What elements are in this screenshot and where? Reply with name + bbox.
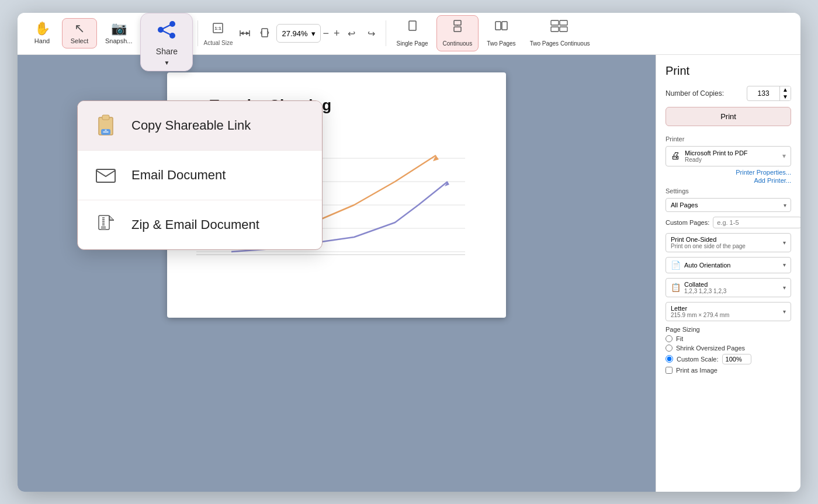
printer-section-label: Printer [666,135,791,142]
share-button[interactable]: Share ▼ [140,13,193,71]
actual-size-icon: 1:1 [211,21,225,38]
snapshot-button[interactable]: 📷 Snapsh... [99,19,138,48]
copy-link-label: Copy Shareable Link [131,118,251,133]
zoom-plus-button[interactable]: + [334,27,340,40]
zoom-dropdown-icon: ▾ [311,29,316,38]
single-page-label: Single Page [397,40,428,47]
all-pages-select-wrapper: All Pages [666,198,791,212]
email-doc-item[interactable]: Email Document [78,151,322,200]
custom-pages-input[interactable] [713,217,800,228]
print-sided-main: Print One-Sided [671,236,746,243]
paper-main: Letter [671,305,729,312]
orientation-select[interactable]: 📄 Auto Orientation ▾ [666,257,791,273]
continuous-label: Continuous [443,40,473,47]
actual-size-button[interactable]: 1:1 Actual Size [203,19,233,48]
divider-1 [197,20,198,46]
email-doc-label: Email Document [131,168,226,183]
zoom-controls: − + [323,27,340,40]
shrink-radio-row: Shrink Oversized Pages [666,345,791,352]
copies-row: Number of Copies: ▲ ▼ [666,86,791,101]
fit-radio-row: Fit [666,335,791,342]
collated-sub: 1,2,3 1,2,3 1,2,3 [684,288,726,294]
add-printer-link[interactable]: Add Printer... [666,177,791,184]
fit-buttons [235,24,274,43]
email-doc-icon [92,161,120,189]
share-button-container: Share ▼ [140,13,193,71]
print-sided-dropdown-icon: ▾ [783,239,786,246]
custom-scale-label: Custom Scale: [677,356,719,363]
all-pages-select[interactable]: All Pages [666,198,791,212]
printer-status: Ready [685,157,778,163]
main-area: g Trends: Charting s in a Snapshot [18,55,800,492]
print-sided-sub: Print on one side of the page [671,243,746,249]
hand-icon: ✋ [34,22,50,35]
single-page-button[interactable]: Single Page [391,16,434,51]
collated-select[interactable]: 📋 Collated 1,2,3 1,2,3 1,2,3 ▾ [666,278,791,297]
single-page-icon [405,19,420,38]
svg-rect-37 [101,226,106,230]
orientation-dropdown-icon: ▾ [783,262,786,268]
copy-link-icon [92,112,120,140]
collated-icon: 📋 [671,283,681,292]
page-sizing-title: Page Sizing [666,326,791,333]
fit-radio-label: Fit [676,335,683,342]
two-pages-continuous-label: Two Pages Continuous [530,40,590,47]
two-pages-icon [494,19,509,38]
svg-rect-14 [551,20,559,25]
zoom-select[interactable]: 27.94% ▾ [276,24,320,43]
print-as-image-checkbox[interactable] [666,367,673,374]
toolbar: ✋ Hand ↖ Select 📷 Snapsh... [18,13,800,55]
share-label: Share [156,47,178,56]
svg-line-4 [161,30,172,36]
fit-page-button[interactable] [255,24,274,43]
printer-dropdown-icon[interactable]: ▾ [782,152,786,160]
svg-rect-10 [454,27,461,32]
svg-rect-28 [102,115,109,120]
rotate-right-button[interactable]: ↪ [362,24,381,43]
select-label: Select [71,37,89,44]
hand-button[interactable]: ✋ Hand [25,19,60,48]
orientation-label: Auto Orientation [684,262,731,269]
share-arrow-icon: ▼ [164,60,170,66]
continuous-button[interactable]: Continuous [436,15,479,51]
print-as-image-label: Print as Image [676,367,718,374]
copies-label: Number of Copies: [666,89,724,98]
two-pages-continuous-button[interactable]: Two Pages Continuous [524,16,596,51]
custom-pages-row: Custom Pages: [666,217,791,228]
orientation-icon: 📄 [671,260,681,270]
zip-email-item[interactable]: Zip & Email Document [78,200,322,249]
copy-link-item[interactable]: Copy Shareable Link [78,101,322,151]
select-button[interactable]: ↖ Select [62,18,97,48]
copies-up-button[interactable]: ▲ [780,86,791,93]
print-sided-select[interactable]: Print One-Sided Print on one side of the… [666,233,791,252]
custom-scale-radio[interactable] [666,355,673,363]
snapshot-icon: 📷 [111,22,127,35]
hand-label: Hand [34,37,50,44]
svg-rect-12 [495,22,501,30]
copies-input[interactable] [747,88,779,99]
document-canvas: g Trends: Charting s in a Snapshot [18,55,656,492]
fit-width-button[interactable] [235,24,254,43]
divider-2 [386,20,386,46]
paper-size-select[interactable]: Letter 215.9 mm × 279.4 mm ▾ [666,302,791,321]
zoom-minus-button[interactable]: − [323,27,330,40]
svg-rect-15 [560,20,567,25]
printer-row: 🖨 Microsoft Print to PDF Ready ▾ [666,146,791,166]
share-icon [157,20,176,43]
shrink-radio[interactable] [666,345,673,352]
fit-radio[interactable] [666,335,673,342]
svg-rect-16 [551,27,559,32]
scale-row: Custom Scale: [666,354,791,364]
paper-sub: 215.9 mm × 279.4 mm [671,312,729,318]
paper-dropdown-icon: ▾ [783,308,786,315]
app-window: ✋ Hand ↖ Select 📷 Snapsh... [18,13,800,492]
printer-properties-link[interactable]: Printer Properties... [666,169,791,176]
two-pages-button[interactable]: Two Pages [481,16,521,51]
zip-email-label: Zip & Email Document [131,217,259,232]
rotate-left-button[interactable]: ↩ [342,24,361,43]
print-as-image-row: Print as Image [666,367,791,374]
copies-down-button[interactable]: ▼ [780,93,791,100]
print-button[interactable]: Print [666,107,791,126]
svg-rect-13 [502,22,507,30]
custom-scale-input[interactable] [722,354,751,364]
